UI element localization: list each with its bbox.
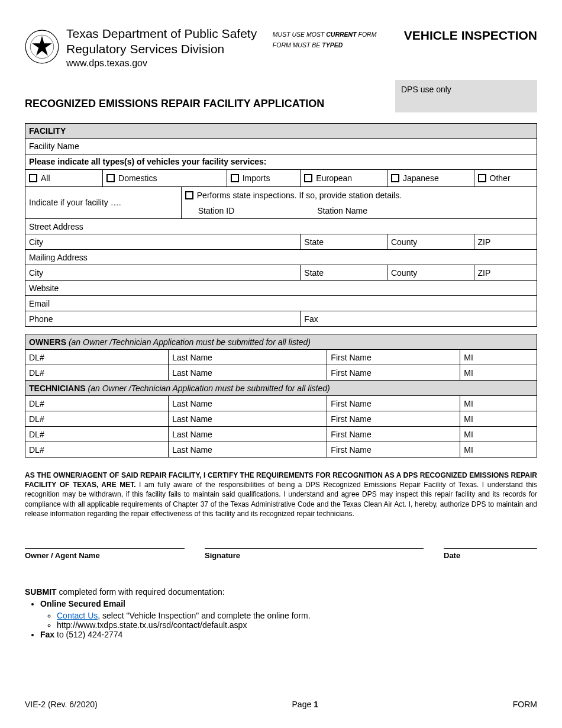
vehicle-types-instruction: Please indicate all types(s) of vehicles…: [25, 154, 537, 169]
facility-section-header: FACILITY: [25, 123, 537, 138]
field-tech-last[interactable]: Last Name: [169, 427, 327, 442]
submit-sub-url: http://www.txdps.state.tx.us/rsd/contact…: [57, 620, 537, 630]
field-website[interactable]: Website: [25, 281, 537, 296]
field-tech-mi[interactable]: MI: [460, 442, 537, 458]
signature-date[interactable]: Date: [444, 548, 537, 560]
dept-name-line2: Regulatory Services Division: [66, 41, 266, 57]
field-owner-mi[interactable]: MI: [460, 365, 537, 381]
dps-use-only-label: DPS use only: [401, 85, 451, 94]
signature-field[interactable]: Signature: [205, 548, 424, 560]
state-seal-icon: [25, 30, 59, 64]
table-row: DL# Last Name First Name MI: [25, 396, 537, 411]
page-footer: VIE-2 (Rev. 6/2020) Page 1 FORM: [25, 700, 537, 709]
note-use-bold: CURRENT: [326, 31, 356, 38]
submit-bullet-online: Online Secured Email: [40, 599, 125, 608]
technicians-section-header: TECHNICIANS (an Owner /Technician Applic…: [25, 381, 537, 396]
field-county[interactable]: County: [387, 234, 474, 250]
footer-page: Page 1: [292, 700, 318, 709]
checkbox-icon: [304, 174, 312, 182]
field-owner-last[interactable]: Last Name: [169, 365, 327, 381]
form-page: Texas Department of Public Safety Regula…: [0, 0, 562, 728]
submit-lead-rest: completed form with required documentati…: [57, 587, 225, 597]
field-city[interactable]: City: [25, 234, 301, 250]
field-phone[interactable]: Phone: [25, 311, 301, 327]
field-tech-mi[interactable]: MI: [460, 427, 537, 442]
field-fax[interactable]: Fax: [301, 311, 537, 327]
field-owner-mi[interactable]: MI: [460, 350, 537, 365]
checkbox-icon: [478, 174, 486, 182]
note-use-pre: MUST USE MOST: [273, 31, 326, 38]
field-tech-first[interactable]: First Name: [327, 411, 460, 427]
doc-category-title: VEHICLE INSPECTION: [404, 28, 537, 43]
field-mailing-city[interactable]: City: [25, 265, 301, 281]
checkbox-european[interactable]: European: [304, 172, 383, 184]
table-row: DL# Last Name First Name MI: [25, 427, 537, 442]
checkbox-icon: [29, 174, 37, 182]
field-tech-dl[interactable]: DL#: [25, 442, 169, 458]
table-row: DL# Last Name First Name MI: [25, 442, 537, 458]
footer-form-id: VIE-2 (Rev. 6/2020): [25, 700, 98, 709]
footer-right: FORM: [513, 700, 537, 709]
table-row: DL# Last Name First Name MI: [25, 365, 537, 381]
submit-sub-contact: Contact Us, select "Vehicle Inspection" …: [57, 611, 537, 620]
field-owner-first[interactable]: First Name: [327, 350, 460, 365]
field-tech-first[interactable]: First Name: [327, 442, 460, 458]
field-tech-dl[interactable]: DL#: [25, 427, 169, 442]
field-mailing-address[interactable]: Mailing Address: [25, 250, 537, 265]
field-street-address[interactable]: Street Address: [25, 219, 537, 234]
dept-name-line1: Texas Department of Public Safety: [66, 26, 266, 41]
submit-lead-bold: SUBMIT: [25, 587, 57, 597]
field-mailing-county[interactable]: County: [387, 265, 474, 281]
field-tech-first[interactable]: First Name: [327, 427, 460, 442]
checkbox-imports[interactable]: Imports: [231, 172, 297, 184]
contact-us-link[interactable]: Contact Us: [57, 611, 98, 620]
field-facility-name[interactable]: Facility Name: [25, 138, 537, 154]
field-owner-dl[interactable]: DL#: [25, 350, 169, 365]
field-email[interactable]: Email: [25, 296, 537, 311]
field-owner-first[interactable]: First Name: [327, 365, 460, 381]
dept-url: www.dps.texas.gov: [66, 57, 266, 69]
dps-use-only-box: DPS use only: [395, 80, 537, 112]
header: Texas Department of Public Safety Regula…: [25, 24, 537, 69]
field-tech-mi[interactable]: MI: [460, 411, 537, 427]
field-tech-dl[interactable]: DL#: [25, 411, 169, 427]
checkbox-japanese[interactable]: Japanese: [391, 172, 470, 184]
table-row: DL# Last Name First Name MI: [25, 350, 537, 365]
note-typed-bold: TYPED: [322, 41, 343, 49]
field-tech-mi[interactable]: MI: [460, 396, 537, 411]
header-notes: MUST USE MOST CURRENT FORM FORM MUST BE …: [273, 30, 397, 51]
owners-tech-table: OWNERS (an Owner /Technician Application…: [25, 334, 537, 458]
note-use-post: FORM: [357, 31, 377, 38]
field-owner-dl[interactable]: DL#: [25, 365, 169, 381]
field-tech-last[interactable]: Last Name: [169, 396, 327, 411]
signature-row: Owner / Agent Name Signature Date: [25, 548, 537, 560]
signature-owner-name[interactable]: Owner / Agent Name: [25, 548, 185, 560]
checkbox-icon: [391, 174, 399, 182]
checkbox-icon: [231, 174, 239, 182]
field-station-name[interactable]: Station Name: [317, 206, 367, 215]
field-zip[interactable]: ZIP: [474, 234, 537, 250]
submit-instructions: SUBMIT completed form with required docu…: [25, 587, 537, 639]
indicate-facility-label: Indicate if your facility ….: [25, 186, 182, 219]
checkbox-performs-inspections[interactable]: Performs state inspections. If so, provi…: [185, 189, 533, 201]
field-tech-last[interactable]: Last Name: [169, 411, 327, 427]
checkbox-other[interactable]: Other: [478, 172, 533, 184]
field-tech-last[interactable]: Last Name: [169, 442, 327, 458]
checkbox-icon: [106, 174, 115, 182]
note-typed-pre: FORM MUST BE: [273, 41, 322, 49]
facility-table: FACILITY Facility Name Please indicate a…: [25, 123, 537, 327]
certification-paragraph: AS THE OWNER/AGENT OF SAID REPAIR FACILI…: [25, 471, 537, 518]
owners-section-header: OWNERS (an Owner /Technician Application…: [25, 334, 537, 350]
field-tech-first[interactable]: First Name: [327, 396, 460, 411]
field-state[interactable]: State: [301, 234, 387, 250]
field-mailing-state[interactable]: State: [301, 265, 387, 281]
checkbox-domestics[interactable]: Domestics: [106, 172, 223, 184]
table-row: DL# Last Name First Name MI: [25, 411, 537, 427]
field-owner-last[interactable]: Last Name: [169, 350, 327, 365]
submit-bullet-fax: Fax to (512) 424-2774: [40, 630, 537, 639]
checkbox-all[interactable]: All: [29, 172, 99, 184]
checkbox-icon: [185, 191, 193, 199]
field-station-id[interactable]: Station ID: [198, 206, 234, 215]
field-tech-dl[interactable]: DL#: [25, 396, 169, 411]
field-mailing-zip[interactable]: ZIP: [474, 265, 537, 281]
